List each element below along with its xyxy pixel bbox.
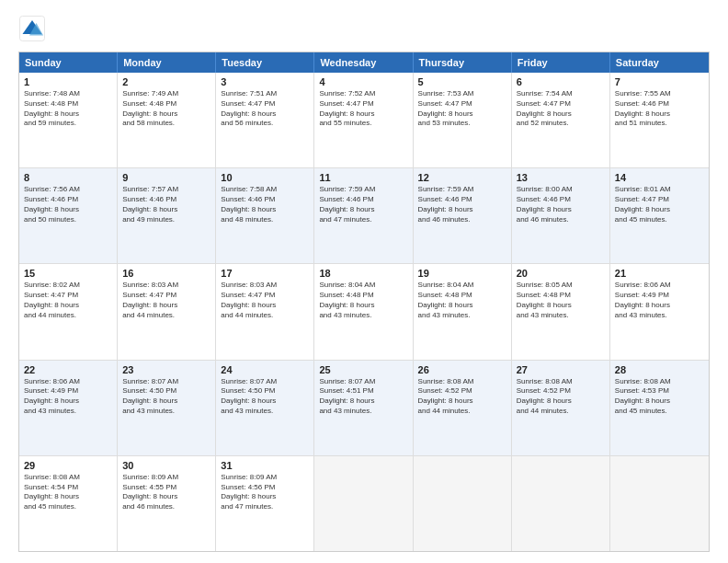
- cell-info-line: Daylight: 8 hours: [517, 205, 605, 215]
- cell-info-line: and 43 minutes.: [517, 311, 605, 321]
- cell-info-line: Sunset: 4:46 PM: [517, 195, 605, 205]
- cell-info-line: and 46 minutes.: [418, 215, 506, 225]
- cell-info-line: and 47 minutes.: [319, 215, 407, 225]
- day-number: 29: [24, 460, 112, 471]
- cell-info-line: Sunset: 4:46 PM: [615, 99, 704, 109]
- cell-info-line: Sunset: 4:49 PM: [24, 386, 112, 396]
- header-day-wednesday: Wednesday: [314, 52, 413, 73]
- header: [18, 15, 710, 42]
- day-number: 19: [418, 268, 506, 279]
- calendar-cell-19: 19Sunrise: 8:04 AMSunset: 4:48 PMDayligh…: [414, 264, 512, 359]
- cell-info-line: Sunrise: 8:00 AM: [517, 185, 605, 195]
- cell-info-line: and 50 minutes.: [24, 215, 112, 225]
- cell-info-line: Daylight: 8 hours: [319, 301, 407, 311]
- cell-info-line: Sunset: 4:48 PM: [24, 99, 112, 109]
- day-number: 15: [24, 268, 112, 279]
- cell-info-line: Daylight: 8 hours: [122, 109, 210, 120]
- day-number: 10: [221, 172, 309, 183]
- cell-info-line: and 43 minutes.: [122, 407, 210, 417]
- cell-info-line: Sunrise: 8:09 AM: [122, 473, 210, 483]
- day-number: 7: [615, 76, 704, 87]
- cell-info-line: Daylight: 8 hours: [418, 109, 506, 120]
- cell-info-line: Daylight: 8 hours: [221, 301, 309, 311]
- cell-info-line: Daylight: 8 hours: [24, 301, 112, 311]
- cell-info-line: Sunset: 4:47 PM: [615, 195, 704, 205]
- calendar-row-3: 22Sunrise: 8:06 AMSunset: 4:49 PMDayligh…: [19, 361, 709, 456]
- day-number: 2: [122, 76, 210, 87]
- cell-info-line: Sunrise: 8:04 AM: [319, 281, 407, 291]
- day-number: 3: [221, 76, 309, 87]
- day-number: 4: [319, 76, 407, 87]
- calendar-cell-25: 25Sunrise: 8:07 AMSunset: 4:51 PMDayligh…: [314, 361, 413, 455]
- calendar-row-1: 8Sunrise: 7:56 AMSunset: 4:46 PMDaylight…: [19, 168, 709, 264]
- calendar-cell-21: 21Sunrise: 8:06 AMSunset: 4:49 PMDayligh…: [610, 264, 709, 359]
- cell-info-line: Daylight: 8 hours: [221, 109, 309, 120]
- cell-info-line: Sunrise: 8:08 AM: [24, 473, 112, 483]
- header-day-sunday: Sunday: [19, 52, 118, 73]
- cell-info-line: Daylight: 8 hours: [517, 109, 605, 120]
- calendar-cell-18: 18Sunrise: 8:04 AMSunset: 4:48 PMDayligh…: [314, 264, 413, 359]
- day-number: 18: [319, 268, 407, 279]
- calendar-cell-3: 3Sunrise: 7:51 AMSunset: 4:47 PMDaylight…: [216, 73, 314, 167]
- cell-info-line: and 46 minutes.: [517, 215, 605, 225]
- calendar-cell-empty-4-4: [414, 456, 512, 551]
- cell-info-line: Sunset: 4:52 PM: [418, 386, 506, 396]
- cell-info-line: Sunset: 4:47 PM: [319, 99, 407, 109]
- cell-info-line: Sunrise: 8:09 AM: [221, 473, 309, 483]
- cell-info-line: Daylight: 8 hours: [418, 205, 506, 215]
- calendar-cell-4: 4Sunrise: 7:52 AMSunset: 4:47 PMDaylight…: [314, 73, 413, 167]
- cell-info-line: Sunrise: 8:03 AM: [221, 281, 309, 291]
- calendar-cell-17: 17Sunrise: 8:03 AMSunset: 4:47 PMDayligh…: [216, 264, 314, 359]
- cell-info-line: Sunrise: 7:57 AM: [122, 185, 210, 195]
- cell-info-line: Daylight: 8 hours: [319, 205, 407, 215]
- cell-info-line: Sunrise: 7:59 AM: [319, 185, 407, 195]
- cell-info-line: and 43 minutes.: [221, 407, 309, 417]
- cell-info-line: Sunrise: 8:01 AM: [615, 185, 704, 195]
- header-day-friday: Friday: [512, 52, 610, 73]
- cell-info-line: Sunrise: 7:56 AM: [24, 185, 112, 195]
- cell-info-line: Sunset: 4:47 PM: [517, 99, 605, 109]
- day-number: 24: [221, 364, 309, 375]
- cell-info-line: Sunrise: 7:55 AM: [615, 89, 704, 99]
- cell-info-line: Sunset: 4:53 PM: [615, 386, 704, 396]
- calendar: SundayMondayTuesdayWednesdayThursdayFrid…: [18, 52, 710, 552]
- cell-info-line: and 43 minutes.: [24, 407, 112, 417]
- calendar-row-2: 15Sunrise: 8:02 AMSunset: 4:47 PMDayligh…: [19, 264, 709, 360]
- cell-info-line: Sunrise: 8:07 AM: [319, 377, 407, 387]
- cell-info-line: Sunset: 4:48 PM: [122, 99, 210, 109]
- calendar-cell-22: 22Sunrise: 8:06 AMSunset: 4:49 PMDayligh…: [19, 361, 118, 455]
- cell-info-line: Sunset: 4:56 PM: [221, 483, 309, 493]
- calendar-cell-13: 13Sunrise: 8:00 AMSunset: 4:46 PMDayligh…: [512, 168, 610, 263]
- calendar-header: SundayMondayTuesdayWednesdayThursdayFrid…: [19, 52, 709, 73]
- calendar-cell-30: 30Sunrise: 8:09 AMSunset: 4:55 PMDayligh…: [118, 456, 216, 551]
- cell-info-line: Daylight: 8 hours: [517, 301, 605, 311]
- day-number: 27: [517, 364, 605, 375]
- cell-info-line: Sunset: 4:47 PM: [221, 99, 309, 109]
- calendar-row-0: 1Sunrise: 7:48 AMSunset: 4:48 PMDaylight…: [19, 73, 709, 168]
- day-number: 30: [122, 460, 210, 471]
- cell-info-line: Daylight: 8 hours: [24, 109, 112, 120]
- header-day-saturday: Saturday: [610, 52, 709, 73]
- page: SundayMondayTuesdayWednesdayThursdayFrid…: [0, 0, 728, 563]
- cell-info-line: Sunset: 4:48 PM: [418, 291, 506, 301]
- cell-info-line: Daylight: 8 hours: [221, 205, 309, 215]
- cell-info-line: Daylight: 8 hours: [24, 205, 112, 215]
- cell-info-line: and 45 minutes.: [615, 215, 704, 225]
- cell-info-line: Sunset: 4:47 PM: [221, 291, 309, 301]
- calendar-cell-12: 12Sunrise: 7:59 AMSunset: 4:46 PMDayligh…: [414, 168, 512, 263]
- cell-info-line: Sunrise: 7:58 AM: [221, 185, 309, 195]
- cell-info-line: Sunset: 4:46 PM: [24, 195, 112, 205]
- day-number: 26: [418, 364, 506, 375]
- cell-info-line: Daylight: 8 hours: [418, 301, 506, 311]
- cell-info-line: and 55 minutes.: [319, 119, 407, 129]
- cell-info-line: Sunrise: 7:49 AM: [122, 89, 210, 99]
- cell-info-line: Sunset: 4:54 PM: [24, 483, 112, 493]
- cell-info-line: Daylight: 8 hours: [24, 396, 112, 407]
- cell-info-line: Daylight: 8 hours: [615, 109, 704, 120]
- cell-info-line: Sunrise: 8:08 AM: [418, 377, 506, 387]
- calendar-row-4: 29Sunrise: 8:08 AMSunset: 4:54 PMDayligh…: [19, 456, 709, 551]
- day-number: 21: [615, 268, 704, 279]
- calendar-cell-14: 14Sunrise: 8:01 AMSunset: 4:47 PMDayligh…: [610, 168, 709, 263]
- cell-info-line: Daylight: 8 hours: [221, 396, 309, 407]
- calendar-cell-28: 28Sunrise: 8:08 AMSunset: 4:53 PMDayligh…: [610, 361, 709, 455]
